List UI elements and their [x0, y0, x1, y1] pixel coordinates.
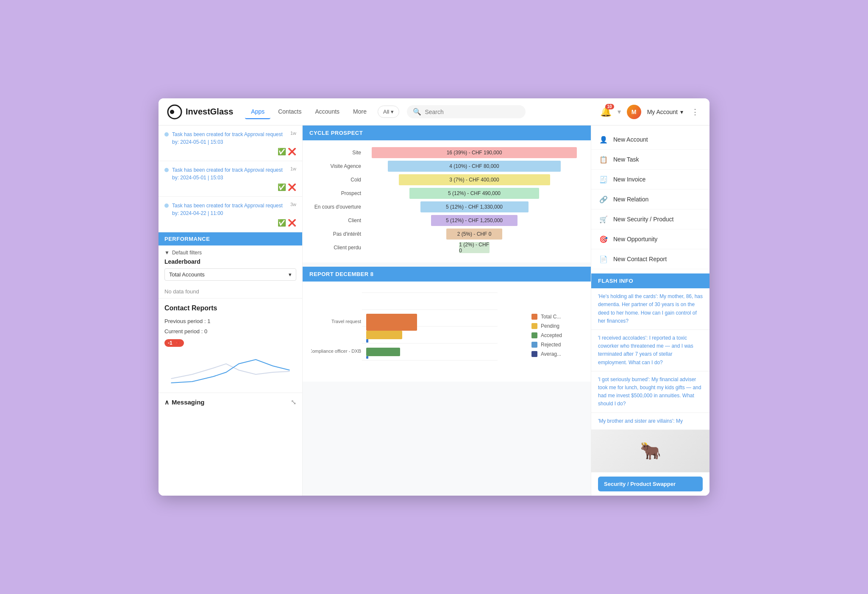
funnel-row: Pas d'intérêt 2 (5%) - CHF 0	[311, 229, 582, 240]
legend-item: Averag...	[531, 351, 582, 357]
task-dot	[164, 132, 169, 137]
action-menu: 👤 New Account 📋 New Task 🧾 New Invoice 🔗…	[591, 125, 709, 273]
chevron-down-icon: ▾	[391, 109, 394, 115]
performance-header: PERFORMANCE	[159, 232, 302, 245]
all-dropdown[interactable]: All ▾	[378, 106, 399, 118]
new-task-action[interactable]: 📋 New Task	[591, 150, 709, 170]
left-panel: Task has been created for track Approval…	[159, 125, 303, 495]
chevron-up-icon[interactable]: ∧	[164, 399, 169, 406]
flash-news-3: 'I got seriously burned': My financial a…	[591, 371, 709, 413]
task-text[interactable]: Task has been created for track Approval…	[172, 202, 287, 217]
flash-news-text[interactable]: 'My brother and sister are villains': My	[598, 417, 703, 425]
expand-icon[interactable]: ⤡	[291, 398, 296, 406]
new-account-action[interactable]: 👤 New Account	[591, 130, 709, 150]
contact-report-icon: 📄	[599, 254, 608, 264]
legend-color	[531, 332, 537, 338]
cr-previous: Previous period : 1	[164, 316, 296, 326]
leaderboard-label: Leaderboard	[159, 258, 302, 268]
funnel-bar-client: 5 (12%) - CHF 1,250,000	[431, 215, 517, 226]
navbar: InvestGlass Apps Contacts Accounts More …	[159, 98, 709, 125]
svg-text:Travel request: Travel request	[331, 319, 361, 324]
legend-label: Total C...	[541, 314, 561, 320]
new-contact-report-action[interactable]: 📄 New Contact Report	[591, 249, 709, 269]
funnel-bar-encours: 5 (12%) - CHF 1,330,000	[420, 201, 529, 212]
svg-point-0	[168, 105, 181, 119]
nav-contacts[interactable]: Contacts	[272, 105, 307, 119]
total-accounts-select[interactable]: Total Accounts ▾	[164, 268, 296, 281]
task-item: Task has been created for track Approval…	[159, 197, 302, 232]
new-invoice-action[interactable]: 🧾 New Invoice	[591, 170, 709, 190]
notification-badge: 10	[605, 104, 614, 109]
funnel-bar-pasinteret: 2 (5%) - CHF 0	[446, 229, 503, 240]
task-text[interactable]: Task has been created for track Approval…	[172, 131, 287, 146]
legend-item: Pending	[531, 323, 582, 329]
nav-accounts[interactable]: Accounts	[309, 105, 345, 119]
messaging-title: ∧ Messaging	[164, 399, 205, 406]
bar-chart-container: Travel request Compliance officer - DXB …	[303, 282, 591, 382]
new-security-action[interactable]: 🛒 New Security / Product	[591, 209, 709, 229]
account-chevron-icon: ▾	[680, 109, 683, 115]
report-section: REPORT DECEMBER 8	[303, 267, 591, 382]
task-actions: ✅ ❌	[164, 219, 296, 227]
nav-more[interactable]: More	[347, 105, 373, 119]
logo-icon	[167, 104, 182, 120]
search-box[interactable]: 🔍	[407, 105, 526, 118]
flash-news-text[interactable]: 'I got seriously burned': My financial a…	[598, 376, 703, 408]
legend-color	[531, 314, 537, 320]
security-swapper-container: 🐂 Security / Product Swapper	[591, 430, 709, 496]
funnel-row: Prospect 5 (12%) - CHF 490,000	[311, 188, 582, 199]
cr-current: Current period : 0	[164, 326, 296, 336]
funnel-row: Client perdu 1 (2%) - CHF 0	[311, 242, 582, 253]
svg-rect-8	[366, 331, 402, 339]
task-actions: ✅ ❌	[164, 148, 296, 156]
notification-button[interactable]: 🔔 10	[600, 106, 612, 117]
close-icon[interactable]: ❌	[288, 183, 296, 191]
legend-item: Rejected	[531, 342, 582, 348]
search-input[interactable]	[425, 109, 520, 115]
flash-news-text[interactable]: 'He's holding all the cards': My mother,…	[598, 293, 703, 325]
no-data-label: No data found	[159, 285, 302, 298]
task-text[interactable]: Task has been created for track Approval…	[172, 166, 287, 181]
funnel-header: CYCLE PROSPECT	[303, 125, 591, 140]
funnel-bar-visite: 4 (10%) - CHF 80,000	[388, 161, 561, 172]
svg-text:Compliance officer - DXB: Compliance officer - DXB	[311, 349, 361, 354]
flash-news-4: 'My brother and sister are villains': My	[591, 413, 709, 430]
avatar: M	[627, 105, 641, 119]
task-dot	[164, 168, 169, 172]
contact-reports-title: Contact Reports	[164, 304, 296, 312]
security-icon: 🛒	[599, 215, 608, 224]
new-opportunity-action[interactable]: 🎯 New Opportunity	[591, 229, 709, 249]
messaging-section: ∧ Messaging ⤡	[159, 393, 302, 411]
nav-apps[interactable]: Apps	[245, 105, 270, 119]
check-icon[interactable]: ✅	[278, 148, 286, 156]
task-actions: ✅ ❌	[164, 183, 296, 191]
svg-rect-9	[366, 339, 368, 343]
legend-label: Pending	[541, 323, 559, 329]
bar-chart-svg: Travel request Compliance officer - DXB	[311, 288, 523, 373]
flash-info-header: FLASH INFO	[591, 273, 709, 288]
dropdown-arrow[interactable]: ▾	[618, 108, 621, 116]
cr-badge: -1 🔻	[164, 339, 184, 347]
check-icon[interactable]: ✅	[278, 219, 286, 227]
funnel-bar-site: 16 (39%) - CHF 190,000	[372, 147, 577, 158]
close-icon[interactable]: ❌	[288, 148, 296, 156]
right-panel: 👤 New Account 📋 New Task 🧾 New Invoice 🔗…	[591, 125, 709, 495]
legend-label: Accepted	[541, 332, 562, 338]
security-swapper-button[interactable]: Security / Product Swapper	[598, 477, 703, 491]
close-icon[interactable]: ❌	[288, 219, 296, 227]
filter-icon: ▼	[164, 250, 170, 256]
task-time: 3w	[290, 202, 296, 207]
account-icon: 👤	[599, 135, 608, 144]
filter-label[interactable]: ▼ Default filters	[159, 245, 302, 258]
my-account[interactable]: My Account ▾	[647, 109, 683, 115]
flash-news-text[interactable]: 'I received accolades': I reported a tox…	[598, 334, 703, 367]
contact-reports-chart	[164, 351, 296, 385]
new-relation-action[interactable]: 🔗 New Relation	[591, 190, 709, 209]
bar-chart-legend: Total C... Pending Accepted Rejecte	[531, 288, 582, 375]
flash-news-2: 'I received accolades': I reported a tox…	[591, 330, 709, 371]
check-icon[interactable]: ✅	[278, 183, 286, 191]
legend-item: Total C...	[531, 314, 582, 320]
logo[interactable]: InvestGlass	[167, 104, 233, 120]
bar-chart-area: Travel request Compliance officer - DXB	[311, 288, 523, 375]
more-options-button[interactable]: ⋮	[689, 106, 701, 118]
